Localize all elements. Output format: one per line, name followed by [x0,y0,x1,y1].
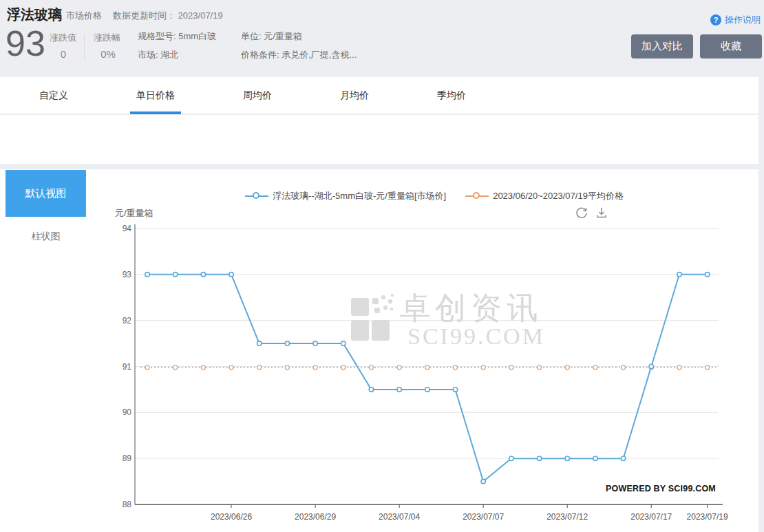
refresh-icon[interactable] [575,206,588,220]
divider [84,34,85,61]
spec-model: 规格型号: 5mm白玻 [138,30,216,43]
sidebar-item-default-view[interactable]: 默认视图 [6,170,86,217]
market-region: 市场: 湖北 [138,49,178,61]
chart-legend: 浮法玻璃--湖北-5mm白玻-元/重量箱[市场价] 2023/06/20~202… [110,190,758,202]
time-filter-bar: 时间周期 1个月 3个月 1年 2023/06/20 [0,115,758,164]
tab-daily-price[interactable]: 单日价格 [136,77,175,114]
svg-text:90: 90 [123,407,132,417]
change-pct-label: 涨跌幅 [94,32,120,44]
favorite-button[interactable]: 收藏 [700,34,762,58]
current-price: 93 [6,25,45,63]
svg-text:2023/07/17: 2023/07/17 [630,512,672,522]
svg-text:2023/06/29: 2023/06/29 [295,512,336,522]
svg-text:2023/07/12: 2023/07/12 [547,512,588,522]
price-line-chart: 949392919089882023/06/262023/06/292023/0… [110,224,758,526]
price-unit: 单位: 元/重量箱 [241,30,302,43]
svg-text:2023/06/26: 2023/06/26 [211,512,252,522]
update-time-value: 2023/07/19 [178,10,223,21]
y-axis-unit-label: 元/重量箱 [115,207,153,220]
price-view-tabs: 自定义 单日价格 周均价 月均价 季均价 [0,77,758,114]
question-circle-icon: ? [710,14,721,25]
svg-text:89: 89 [123,454,132,463]
price-type-tag: 市场价格 [66,10,102,22]
legend-label: 浮法玻璃--湖北-5mm白玻-元/重量箱[市场价] [273,190,446,202]
svg-text:91: 91 [123,362,132,372]
help-label: 操作说明 [725,14,761,26]
tab-quarterly-avg[interactable]: 季均价 [437,77,466,114]
powered-by-label: POWERED BY SCI99.COM [606,484,716,493]
change-value: 0 [50,48,77,60]
legend-label: 2023/06/20~2023/07/19平均价格 [493,190,624,202]
sidebar-item-bar-chart[interactable]: 柱状图 [6,226,86,246]
svg-text:88: 88 [123,500,132,509]
legend-item-price-series[interactable]: 浮法玻璃--湖北-5mm白玻-元/重量箱[市场价] [245,190,446,202]
data-update-time: 数据更新时间： 2023/07/19 [113,10,223,22]
svg-text:2023/07/19: 2023/07/19 [687,512,728,522]
page-title: 浮法玻璃 [7,6,62,24]
tab-custom[interactable]: 自定义 [39,77,68,114]
tab-weekly-avg[interactable]: 周均价 [243,77,272,114]
chart-panel: 默认视图 柱状图 浮法玻璃--湖北-5mm白玻-元/重量箱[市场价] 2023/… [0,169,758,532]
line-chart-canvas[interactable]: 949392919089882023/06/262023/06/292023/0… [110,224,758,526]
float-glass-price-page: 浮法玻璃 市场价格 数据更新时间： 2023/07/19 ? 操作说明 93 涨… [0,0,764,532]
change-label: 涨跌值 [50,32,76,44]
line-circle-marker-icon [465,195,489,197]
svg-text:2023/07/04: 2023/07/04 [379,512,420,522]
legend-item-average-series[interactable]: 2023/06/20~2023/07/19平均价格 [465,190,624,202]
tab-monthly-avg[interactable]: 月均价 [340,77,369,114]
download-icon[interactable] [595,206,608,220]
add-compare-button[interactable]: 加入对比 [631,34,693,58]
update-time-label: 数据更新时间： [113,10,176,21]
svg-text:93: 93 [123,270,132,279]
svg-text:92: 92 [123,316,132,326]
page-header: 浮法玻璃 市场价格 数据更新时间： 2023/07/19 ? 操作说明 93 涨… [0,0,764,77]
help-link[interactable]: ? 操作说明 [710,14,761,26]
svg-text:94: 94 [123,224,132,233]
svg-text:2023/07/07: 2023/07/07 [463,512,504,522]
change-pct-value: 0% [94,48,123,60]
line-circle-marker-icon [245,195,268,197]
price-condition: 价格条件: 承兑价,厂提,含税... [241,49,357,61]
chart-toolbar [575,206,608,220]
